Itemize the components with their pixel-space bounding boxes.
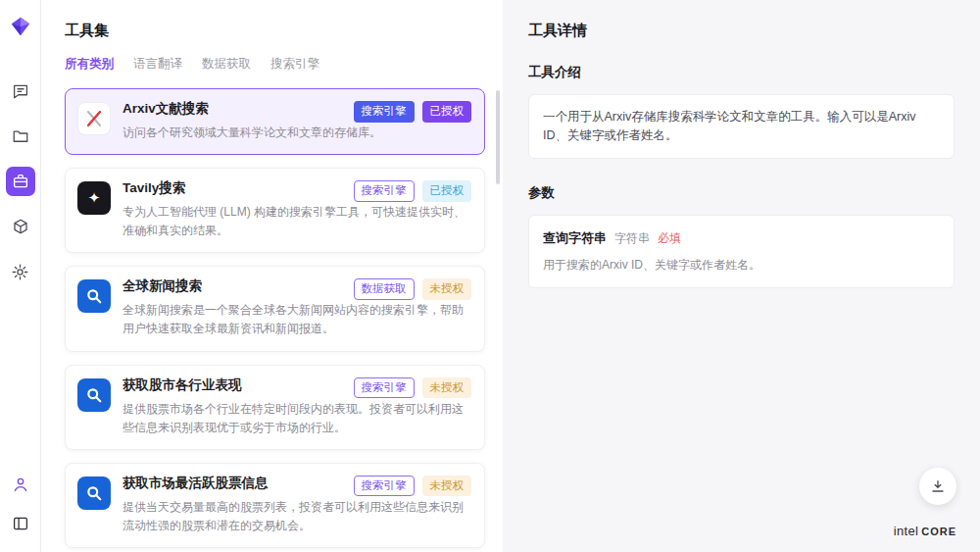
intel-core-logo: intel CORE bbox=[894, 524, 956, 538]
tool-description: 全球新闻搜索是一个聚合全球各大新闻网站内容的搜索引擎，帮助用户快速获取全球最新资… bbox=[122, 301, 471, 338]
app-logo-icon[interactable] bbox=[10, 16, 31, 41]
tab-0[interactable]: 所有类别 bbox=[65, 56, 114, 73]
gear-icon[interactable] bbox=[6, 257, 35, 286]
tool-description: 提供当天交易量最高的股票列表，投资者可以利用这些信息来识别流动性强的股票和潜在的… bbox=[122, 498, 471, 535]
tool-details-panel: 工具详情 工具介绍 一个用于从Arxiv存储库搜索科学论文和文章的工具。输入可以… bbox=[503, 0, 980, 552]
scrollbar[interactable] bbox=[496, 90, 500, 184]
param-name: 查询字符串 bbox=[543, 229, 607, 247]
category-badge: 搜索引擎 bbox=[354, 101, 415, 123]
param-description: 用于搜索的Arxiv ID、关键字或作者姓名。 bbox=[543, 256, 940, 274]
folder-icon[interactable] bbox=[6, 122, 35, 151]
tool-card[interactable]: ✦Tavily搜索专为人工智能代理 (LLM) 构建的搜索引擎工具，可快速提供实… bbox=[65, 168, 485, 253]
user-icon[interactable] bbox=[6, 470, 35, 499]
category-badge: 搜索引擎 bbox=[354, 180, 415, 202]
param-required-badge: 必填 bbox=[658, 230, 681, 247]
search-icon bbox=[77, 279, 111, 313]
tab-1[interactable]: 语言翻译 bbox=[133, 56, 182, 73]
tool-card[interactable]: 获取股市各行业表现提供股票市场各个行业在特定时间段内的表现。投资者可以利用这些信… bbox=[65, 365, 485, 450]
badge-group: 数据获取未授权 bbox=[354, 278, 472, 300]
list-header: 工具集 所有类别语言翻译数据获取搜索引擎 bbox=[41, 0, 503, 82]
params-section-title: 参数 bbox=[528, 184, 955, 202]
tool-description: 提供股票市场各个行业在特定时间段内的表现。投资者可以利用这些信息来识别表现优于或… bbox=[122, 400, 471, 437]
param-header: 查询字符串 字符串 必填 bbox=[543, 229, 940, 247]
core-logo-text: CORE bbox=[921, 526, 956, 537]
download-icon bbox=[930, 478, 946, 494]
tool-card[interactable]: Arxiv文献搜索访问各个研究领域大量科学论文和文章的存储库。搜索引擎已授权 bbox=[65, 88, 485, 155]
category-badge: 搜索引擎 bbox=[354, 476, 415, 497]
tool-card[interactable]: 全球新闻搜索全球新闻搜索是一个聚合全球各大新闻网站内容的搜索引擎，帮助用户快速获… bbox=[65, 266, 485, 351]
category-badge: 搜索引擎 bbox=[354, 377, 415, 399]
badge-group: 搜索引擎已授权 bbox=[354, 101, 472, 123]
app: 工具集 所有类别语言翻译数据获取搜索引擎 Arxiv文献搜索访问各个研究领域大量… bbox=[0, 0, 980, 552]
badge-group: 搜索引擎已授权 bbox=[354, 180, 472, 202]
badge-group: 搜索引擎未授权 bbox=[354, 476, 472, 497]
category-tabs: 所有类别语言翻译数据获取搜索引擎 bbox=[65, 56, 479, 82]
auth-status-badge: 已授权 bbox=[422, 180, 472, 202]
tool-list: Arxiv文献搜索访问各个研究领域大量科学论文和文章的存储库。搜索引擎已授权✦T… bbox=[41, 82, 503, 552]
auth-status-badge: 未授权 bbox=[422, 476, 472, 497]
param-type: 字符串 bbox=[614, 230, 650, 247]
category-badge: 数据获取 bbox=[354, 278, 415, 300]
tool-list-panel: 工具集 所有类别语言翻译数据获取搜索引擎 Arxiv文献搜索访问各个研究领域大量… bbox=[41, 0, 503, 552]
icon-rail bbox=[0, 0, 41, 552]
tool-description: 访问各个研究领域大量科学论文和文章的存储库。 bbox=[122, 124, 471, 142]
layout-panel-icon[interactable] bbox=[6, 509, 35, 538]
search-icon bbox=[77, 477, 111, 510]
details-title: 工具详情 bbox=[528, 22, 955, 40]
chat-icon[interactable] bbox=[6, 76, 35, 106]
tool-intro-card: 一个用于从Arxiv存储库搜索科学论文和文章的工具。输入可以是Arxiv ID、… bbox=[528, 94, 955, 159]
package-icon[interactable] bbox=[6, 212, 35, 241]
param-card: 查询字符串 字符串 必填 用于搜索的Arxiv ID、关键字或作者姓名。 bbox=[528, 215, 955, 288]
intel-logo-text: intel bbox=[894, 524, 918, 538]
tool-description: 专为人工智能代理 (LLM) 构建的搜索引擎工具，可快速提供实时、准确和真实的结… bbox=[122, 203, 471, 240]
search-icon bbox=[77, 378, 111, 412]
tab-3[interactable]: 搜索引擎 bbox=[270, 56, 319, 73]
tab-2[interactable]: 数据获取 bbox=[202, 56, 251, 73]
tool-card[interactable]: 获取市场最活跃股票信息提供当天交易量最高的股票列表，投资者可以利用这些信息来识别… bbox=[65, 463, 485, 548]
download-button[interactable] bbox=[919, 468, 956, 505]
arxiv-icon bbox=[77, 102, 111, 135]
sparkle-icon: ✦ bbox=[77, 181, 111, 215]
auth-status-badge: 未授权 bbox=[422, 278, 472, 300]
intro-section-title: 工具介绍 bbox=[528, 64, 955, 81]
page-title: 工具集 bbox=[65, 22, 479, 40]
briefcase-icon[interactable] bbox=[6, 167, 35, 196]
badge-group: 搜索引擎未授权 bbox=[354, 377, 472, 399]
auth-status-badge: 未授权 bbox=[422, 377, 472, 399]
auth-status-badge: 已授权 bbox=[422, 101, 472, 123]
